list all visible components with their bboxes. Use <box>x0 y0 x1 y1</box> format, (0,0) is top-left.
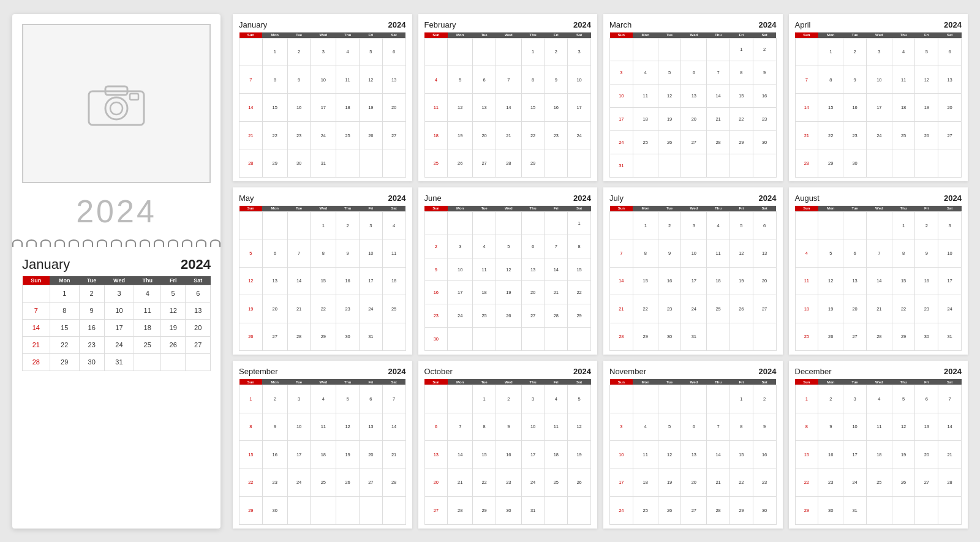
small-cal-year: 2024 <box>944 367 962 376</box>
small-cal-year: 2024 <box>388 194 406 203</box>
small-cal-month-name: March <box>609 20 631 29</box>
small-cal-may: May2024SunMonTueWedThuFriSat123456789101… <box>233 187 412 355</box>
svg-rect-4 <box>130 94 138 100</box>
small-cal-year: 2024 <box>573 20 591 29</box>
small-cal-december: December2024SunMonTueWedThuFriSat1234567… <box>789 361 968 528</box>
small-cal-april: April2024SunMonTueWedThuFriSat1234567891… <box>789 14 968 181</box>
small-cal-month-name: December <box>795 367 832 376</box>
month-year: 2024 <box>181 257 211 273</box>
svg-point-1 <box>105 97 127 119</box>
small-cal-year: 2024 <box>759 367 777 376</box>
camera-icon <box>86 78 147 129</box>
small-cal-august: August2024SunMonTueWedThuFriSat123456789… <box>789 187 968 355</box>
small-cal-month-name: November <box>609 367 646 376</box>
wall-calendar: 2024 January 2024 Sun Mon Tue Wed Thu <box>12 14 221 529</box>
small-cal-year: 2024 <box>944 194 962 203</box>
small-cal-month-name: May <box>239 194 254 203</box>
small-cal-month-name: August <box>795 194 820 203</box>
year-large: 2024 <box>12 193 221 230</box>
month-section: January 2024 Sun Mon Tue Wed Thu Fri Sat <box>12 252 221 522</box>
small-cal-month-name: April <box>795 20 811 29</box>
small-cal-month-name: October <box>424 367 453 376</box>
spiral-binding <box>12 239 221 247</box>
small-cal-november: November2024SunMonTueWedThuFriSat1234567… <box>603 361 783 528</box>
small-cal-march: March2024SunMonTueWedThuFriSat1234567891… <box>603 14 783 181</box>
small-cal-september: September2024SunMonTueWedThuFriSat123456… <box>233 361 412 528</box>
mini-calendar: Sun Mon Tue Wed Thu Fri Sat 123456789101… <box>22 276 211 371</box>
small-cal-july: July2024SunMonTueWedThuFriSat12345678910… <box>603 187 783 355</box>
svg-point-2 <box>110 102 123 115</box>
calendars-grid-wrapper: January2024SunMonTueWedThuFriSat12345678… <box>233 14 968 529</box>
small-cal-year: 2024 <box>759 194 777 203</box>
small-cal-month-name: September <box>239 367 278 376</box>
small-cal-month-name: June <box>424 194 442 203</box>
small-cal-year: 2024 <box>944 20 962 29</box>
photo-placeholder <box>22 24 211 183</box>
small-cal-january: January2024SunMonTueWedThuFriSat12345678… <box>233 14 412 181</box>
month-name: January <box>22 257 70 273</box>
small-cal-year: 2024 <box>388 20 406 29</box>
small-cal-february: February2024SunMonTueWedThuFriSat1234567… <box>418 14 598 181</box>
small-cal-june: June2024SunMonTueWedThuFriSat12345678910… <box>418 187 598 355</box>
small-cal-month-name: February <box>424 20 456 29</box>
small-cal-october: October2024SunMonTueWedThuFriSat12345678… <box>418 361 598 528</box>
calendars-grid: January2024SunMonTueWedThuFriSat12345678… <box>233 14 968 529</box>
small-cal-year: 2024 <box>388 367 406 376</box>
small-cal-year: 2024 <box>573 367 591 376</box>
small-cal-month-name: January <box>239 20 267 29</box>
small-cal-month-name: July <box>609 194 624 203</box>
small-cal-year: 2024 <box>759 20 777 29</box>
small-cal-year: 2024 <box>573 194 591 203</box>
